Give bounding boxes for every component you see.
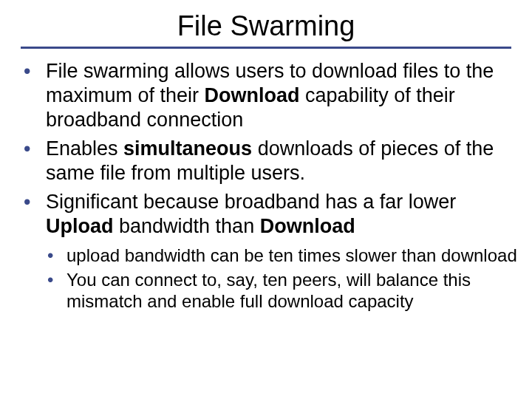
slide-title: File Swarming: [0, 0, 532, 47]
bullet-item: Enables simultaneous downloads of pieces…: [41, 137, 517, 185]
bullet-text: Significant because broadband has a far …: [46, 191, 456, 213]
bullet-bold: simultaneous: [123, 137, 252, 160]
bullet-text: bandwidth than: [114, 215, 260, 237]
bullet-item: Significant because broadband has a far …: [41, 190, 517, 239]
main-bullet-list: File swarming allows users to download f…: [15, 59, 517, 239]
sub-bullet-list: upload bandwidth can be ten times slower…: [37, 245, 517, 313]
bullet-bold: Download: [205, 84, 300, 106]
bullet-text: Enables: [46, 137, 123, 160]
bullet-item: File swarming allows users to download f…: [41, 59, 517, 132]
slide: File Swarming File swarming allows users…: [0, 0, 532, 399]
bullet-bold: Upload: [46, 215, 114, 237]
sub-bullet-item: You can connect to, say, ten peers, will…: [64, 269, 517, 313]
bullet-bold: Download: [260, 215, 355, 237]
title-rule: [21, 47, 511, 49]
sub-bullet-item: upload bandwidth can be ten times slower…: [64, 245, 517, 266]
